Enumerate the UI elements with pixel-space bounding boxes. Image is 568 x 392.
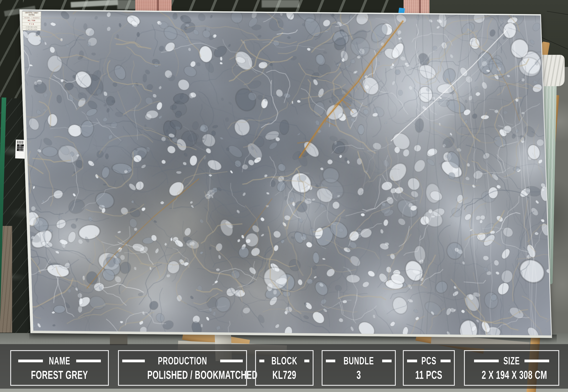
info-box-header: PRODUCTION: [119, 356, 246, 366]
info-value: POLISHED / BOOKMATCHED: [119, 369, 246, 381]
sticker-finish: POLISHED: [23, 17, 32, 18]
info-label: SIZE: [499, 356, 524, 366]
dash-bar: [326, 360, 335, 362]
info-label: PCS: [417, 356, 440, 366]
info-box-size: SIZE 2 X 194 X 308 CM: [464, 350, 559, 386]
qr-code-icon: [17, 144, 24, 151]
sticker-size-line: 2 X 188 X 303 = 11 PCS: [22, 28, 41, 30]
qr-code-sticker: [15, 140, 25, 159]
info-box-name: NAME FOREST GREY: [10, 350, 109, 386]
warehouse-photo: CRYSTAL GREY EXTRA POLISHED BOOKMATCH KL…: [0, 0, 568, 392]
sticker-block: KL 729: [22, 19, 41, 22]
info-value: 11 PCS: [404, 369, 454, 381]
dash-bar: [76, 360, 101, 362]
info-label: BUNDLE: [336, 356, 382, 366]
dash-bar: [440, 360, 451, 362]
barcode-icon: [17, 140, 24, 144]
dash-bar: [382, 360, 392, 362]
sticker-match: BOOKMATCH: [32, 17, 41, 19]
dash-bar: [407, 360, 417, 362]
dash-bar: [220, 360, 243, 362]
info-value: FOREST GREY: [11, 369, 108, 381]
dash-bar: [304, 360, 309, 362]
wall-cable: [547, 11, 568, 15]
strap-seam: [419, 0, 421, 15]
info-value: 3: [323, 369, 395, 381]
dash-bar: [474, 360, 499, 362]
sticker-title: CRYSTAL GREY EXTRA: [22, 11, 41, 16]
info-box-header: SIZE: [465, 356, 558, 366]
dash-bar: [259, 360, 264, 362]
info-box-header: BLOCK: [256, 356, 313, 366]
info-box-header: NAME: [11, 356, 108, 366]
dash-bar: [122, 360, 145, 362]
stand-leg: [110, 334, 128, 345]
dash-bar: [525, 360, 549, 362]
info-box-block: BLOCK KL729: [255, 350, 313, 386]
slab-spec-sticker: CRYSTAL GREY EXTRA POLISHED BOOKMATCH KL…: [22, 11, 41, 30]
info-box-header: PCS: [404, 356, 454, 366]
info-label: PRODUCTION: [145, 356, 220, 366]
marble-slab: [19, 9, 552, 338]
info-value: KL729: [256, 369, 313, 381]
info-box-bundle: BUNDLE 3: [322, 350, 396, 386]
info-box-production: PRODUCTION POLISHED / BOOKMATCHED: [118, 350, 247, 386]
info-value: 2 X 194 X 308 CM: [465, 369, 558, 381]
info-label: BLOCK: [265, 356, 304, 366]
dash-bar: [18, 360, 43, 362]
skylight: [262, 0, 299, 8]
info-box-pcs: PCS 11 PCS: [403, 350, 455, 386]
info-label: NAME: [43, 356, 76, 366]
sticker-bundle: 7 / 3: [22, 22, 41, 26]
info-box-header: BUNDLE: [323, 356, 395, 366]
marble-texture: [22, 11, 551, 335]
